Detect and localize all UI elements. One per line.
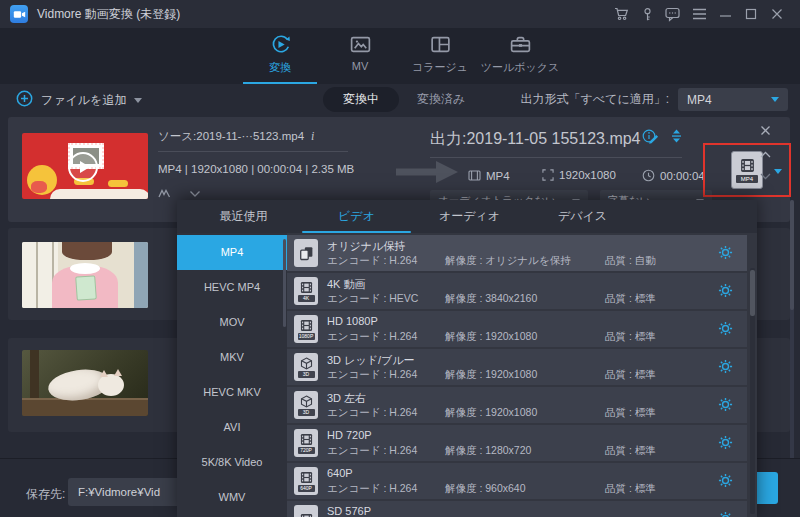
output-format-label: 出力形式「すべてに適用」: [521,91,669,108]
minimize-icon[interactable] [712,2,738,26]
film-icon: 4K [294,277,318,305]
info-icon[interactable]: i [311,129,314,144]
add-files-label: ファイルを追加 [41,92,126,109]
feedback-icon[interactable] [660,2,686,26]
output-filename: 出力:2019-11-05 155123.mp4 [430,129,641,150]
output-format-button[interactable]: MP4 [731,151,763,189]
cart-icon[interactable] [608,2,634,26]
info-circle-icon[interactable] [642,129,656,147]
format-item-5k8k[interactable]: 5K/8K Video [177,445,287,480]
picker-tab-recent[interactable]: 最近使用 [187,200,300,233]
film-icon [740,158,755,173]
tab-label: 変換 [269,60,291,75]
film-icon [468,169,481,182]
close-icon[interactable] [764,2,790,26]
format-item-mov[interactable]: MOV [177,305,287,340]
output-format-select[interactable]: MP4 [678,88,788,111]
tab-toolbox[interactable]: ツールボックス [480,33,560,84]
video-thumbnail[interactable] [22,350,148,416]
chevron-down-icon[interactable] [760,166,771,184]
tab-mv[interactable]: MV [320,33,400,84]
plus-icon [16,90,33,111]
toolbox-icon [509,33,532,56]
preset-row[interactable]: SD 576P [287,501,747,517]
convert-icon [269,33,292,56]
menu-icon[interactable] [686,2,712,26]
app-window: Vidmore 動画変換 (未登録) 変換 [0,0,800,517]
preset-row[interactable]: 3D 3D 左右 エンコード : H.264 解像度 : 1920x1080 品… [287,387,747,423]
cube-3d-icon: 3D [294,391,318,419]
format-badge: MP4 [736,175,758,183]
format-item-hevc-mp4[interactable]: HEVC MP4 [177,270,287,305]
remove-icon[interactable] [760,122,771,140]
format-item-hevc-mkv[interactable]: HEVC MKV [177,375,287,410]
app-title: Vidmore 動画変換 (未登録) [37,6,180,23]
preset-row[interactable]: 1080P HD 1080P エンコード : H.264 解像度 : 1920x… [287,311,747,347]
tab-label: コラージュ [412,60,468,75]
format-item-avi[interactable]: AVI [177,410,287,445]
format-picker-panel: 最近使用 ビデオ オーディオ デバイス MP4 HEVC MP4 MOV MKV… [177,200,757,517]
picker-tab-video[interactable]: ビデオ [300,200,413,233]
preset-list-scrollbar[interactable] [750,268,755,514]
video-thumbnail[interactable] [22,133,148,199]
film-icon: 1080P [294,315,318,343]
film-icon: 720P [294,429,318,457]
tab-collage[interactable]: コラージュ [400,33,480,84]
row-controls [760,122,771,184]
source-info: ソース:2019-11-···5123.mp4 i MP4 | 1920x108… [158,129,398,202]
gear-icon[interactable] [718,283,733,298]
preset-row[interactable]: 4K 4K 動画 エンコード : HEVC 解像度 : 3840x2160 品質… [287,273,747,309]
toolbar: ファイルを追加 変換中 変換済み 出力形式「すべてに適用」: MP4 [0,84,800,117]
gear-icon[interactable] [718,245,733,260]
preset-row[interactable]: 640P 640P エンコード : H.264 解像度 : 960x640 品質… [287,463,747,499]
source-filename: ソース:2019-11-···5123.mp4 [158,129,304,144]
format-item-mp4[interactable]: MP4 [177,235,287,270]
tab-convert[interactable]: 変換 [240,33,320,84]
gear-icon[interactable] [718,511,733,517]
main-scrollbar[interactable] [790,200,794,462]
add-files-button[interactable]: ファイルを追加 [16,90,142,111]
format-list: MP4 HEVC MP4 MOV MKV HEVC MKV AVI 5K/8K … [177,233,287,517]
film-icon [294,505,318,517]
output-format-field: MP4 [468,169,510,182]
tab-converting[interactable]: 変換中 [323,87,399,112]
preset-row[interactable]: 720P HD 720P エンコード : H.264 解像度 : 1280x72… [287,425,747,461]
format-item-wmv[interactable]: WMV [177,480,287,515]
original-icon [294,239,318,267]
gear-icon[interactable] [718,359,733,374]
picker-tab-device[interactable]: デバイス [526,200,639,233]
preset-list: オリジナル保持 エンコード : H.264 解像度 : オリジナルを保持 品質 … [287,233,747,517]
output-format-value: MP4 [687,93,712,107]
chevron-down-icon[interactable] [774,169,782,174]
mv-icon [349,33,372,56]
chevron-up-icon[interactable] [760,144,771,162]
source-meta: MP4 | 1920x1080 | 00:00:04 | 2.35 MB [158,163,398,175]
video-thumbnail[interactable] [22,242,148,308]
edit-icon[interactable] [158,184,171,202]
play-icon[interactable] [68,152,98,182]
clock-icon [642,169,655,182]
gear-icon[interactable] [718,397,733,412]
format-item-mkv[interactable]: MKV [177,340,287,375]
preset-row[interactable]: 3D 3D レッド/ブルー エンコード : H.264 解像度 : 1920x1… [287,349,747,385]
resolution-icon [542,169,554,181]
preset-row[interactable]: オリジナル保持 エンコード : H.264 解像度 : オリジナルを保持 品質 … [287,235,747,271]
output-duration-field: 00:00:04 [642,169,705,182]
format-picker-tabs: 最近使用 ビデオ オーディオ デバイス [177,200,757,233]
maximize-icon[interactable] [738,2,764,26]
gear-icon[interactable] [718,321,733,336]
picker-tab-audio[interactable]: オーディオ [413,200,526,233]
gear-icon[interactable] [718,435,733,450]
compress-icon[interactable] [670,129,683,147]
gear-icon[interactable] [718,473,733,488]
tab-label: MV [352,60,369,72]
cube-3d-icon: 3D [294,353,318,381]
chevron-down-icon [771,97,779,102]
film-icon: 640P [294,467,318,495]
queue-tabs: 変換中 変換済み [323,87,465,112]
format-button-highlight: MP4 [703,143,791,197]
tab-converted[interactable]: 変換済み [417,91,465,108]
titlebar: Vidmore 動画変換 (未登録) [0,0,800,28]
key-icon[interactable] [634,2,660,26]
format-list-scrollbar[interactable] [283,239,286,327]
